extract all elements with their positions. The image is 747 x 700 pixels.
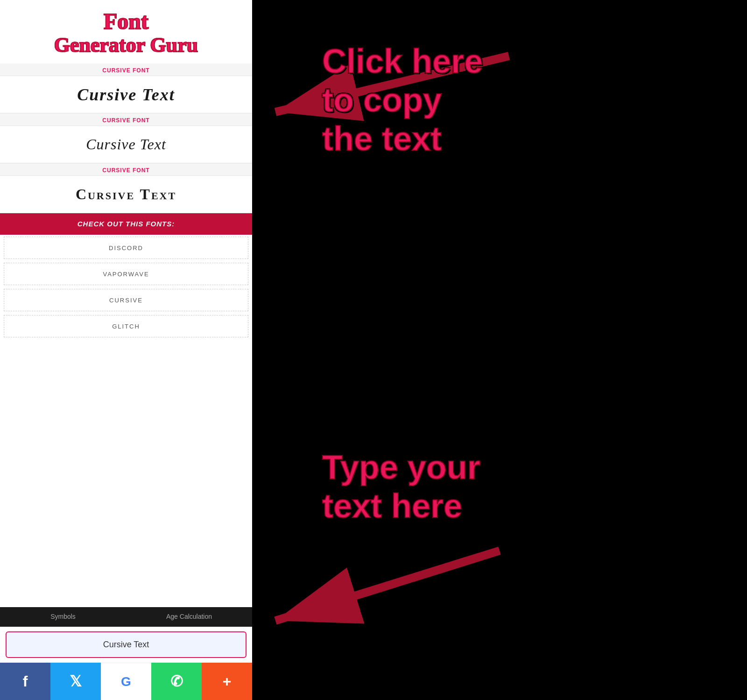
font-card-2-label: CURSIVE FONT	[0, 113, 252, 126]
tab-symbols[interactable]: Symbols	[0, 607, 126, 627]
annotation-type-text: Type your text here	[322, 448, 480, 525]
font-card-2-content[interactable]: Cursive Text	[0, 126, 252, 163]
font-card-3-label: CURSIVE FONT	[0, 163, 252, 175]
more-icon: +	[223, 673, 232, 690]
font-list-label-0: DISCORD	[109, 245, 143, 252]
font-card-2[interactable]: CURSIVE FONT Cursive Text	[0, 113, 252, 163]
google-icon: G	[121, 674, 131, 689]
facebook-button[interactable]: f	[0, 663, 50, 700]
font-card-1-content[interactable]: Cursive Text	[0, 76, 252, 113]
font-list-label-1: VAPORWAVE	[103, 271, 149, 278]
svg-line-3	[275, 551, 500, 621]
font-list-item-3[interactable]: GLITCH	[4, 315, 248, 337]
checkout-banner-text: CHECK OUT THIS FONTS:	[78, 220, 175, 228]
annotation-type: Type your text here	[322, 448, 480, 525]
logo-line2: Generator Guru	[54, 34, 198, 56]
font-card-3-text: Cursive Text	[76, 186, 176, 203]
google-button[interactable]: G	[101, 663, 151, 700]
bottom-tabs: Symbols Age Calculation	[0, 607, 252, 627]
facebook-icon: f	[23, 673, 28, 690]
logo-area: Font Generator Guru	[0, 0, 252, 63]
whatsapp-button[interactable]: ✆	[151, 663, 202, 700]
main-text-input[interactable]	[6, 631, 247, 658]
font-card-3-content[interactable]: Cursive Text	[0, 175, 252, 213]
annotation-copy: Click here to copy the text	[322, 42, 483, 158]
annotation-copy-text: Click here to copy the text	[322, 42, 483, 158]
font-card-1-label: CURSIVE FONT	[0, 63, 252, 76]
font-list-item-2[interactable]: CURSIVE	[4, 289, 248, 311]
whatsapp-icon: ✆	[170, 672, 183, 690]
font-card-2-text: Cursive Text	[86, 136, 166, 153]
font-list-item-0[interactable]: DISCORD	[4, 237, 248, 259]
more-button[interactable]: +	[202, 663, 252, 700]
twitter-button[interactable]: 𝕏	[50, 663, 101, 700]
font-card-1[interactable]: CURSIVE FONT Cursive Text	[0, 63, 252, 113]
font-list-label-3: GLITCH	[112, 323, 140, 330]
logo-line1: Font	[54, 9, 198, 34]
font-card-3[interactable]: CURSIVE FONT Cursive Text	[0, 163, 252, 213]
font-list-item-1[interactable]: VAPORWAVE	[4, 263, 248, 285]
left-panel: Font Generator Guru CURSIVE FONT Cursive…	[0, 0, 252, 700]
text-input-area	[0, 627, 252, 663]
checkout-banner: CHECK OUT THIS FONTS:	[0, 213, 252, 235]
arrow-type-svg	[247, 537, 528, 653]
social-bar: f 𝕏 G ✆ +	[0, 663, 252, 700]
tab-age-calculation[interactable]: Age Calculation	[126, 607, 252, 627]
twitter-icon: 𝕏	[70, 672, 82, 690]
right-annotations: Click here to copy the text Type your te…	[252, 0, 747, 700]
font-card-1-text: Cursive Text	[77, 85, 175, 105]
font-list-label-2: CURSIVE	[109, 297, 143, 304]
logo: Font Generator Guru	[54, 9, 198, 56]
